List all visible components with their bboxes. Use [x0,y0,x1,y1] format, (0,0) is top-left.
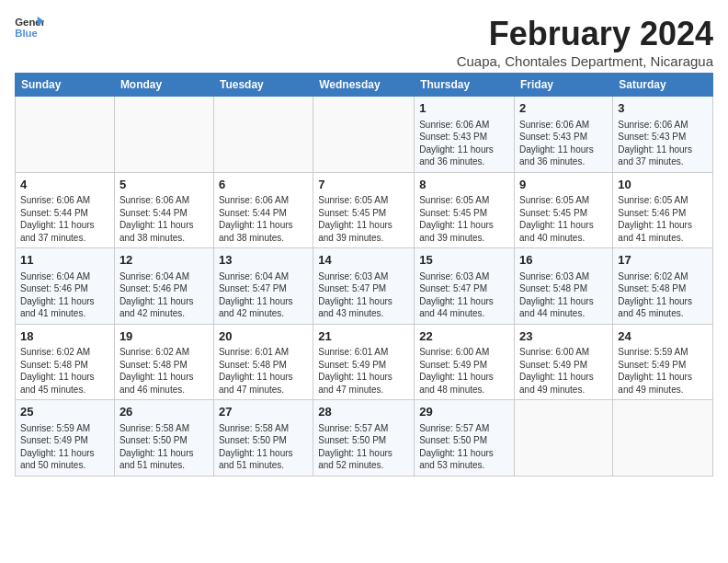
calendar-week-row: 4Sunrise: 6:06 AM Sunset: 5:44 PM Daylig… [16,172,713,248]
cell-info: Sunrise: 6:04 AM Sunset: 5:46 PM Dayligh… [20,270,109,320]
calendar-cell: 11Sunrise: 6:04 AM Sunset: 5:46 PM Dayli… [16,248,115,325]
day-number: 20 [219,328,308,345]
calendar-cell [114,97,213,173]
cell-info: Sunrise: 6:06 AM Sunset: 5:44 PM Dayligh… [119,194,209,244]
calendar-cell: 19Sunrise: 6:02 AM Sunset: 5:48 PM Dayli… [114,324,213,400]
calendar-cell: 13Sunrise: 6:04 AM Sunset: 5:47 PM Dayli… [213,248,313,325]
calendar-table: SundayMondayTuesdayWednesdayThursdayFrid… [15,73,713,477]
day-number: 23 [519,328,608,345]
calendar-cell [313,97,415,173]
logo-icon: General Blue [15,15,44,40]
day-number: 1 [419,100,509,117]
day-number: 25 [20,404,109,420]
calendar-cell [613,400,713,477]
day-number: 29 [419,404,509,420]
cell-info: Sunrise: 5:58 AM Sunset: 5:50 PM Dayligh… [219,422,308,472]
page-header: General Blue February 2024 Cuapa, Chonta… [15,15,713,69]
header-friday: Friday [515,74,613,97]
cell-info: Sunrise: 6:03 AM Sunset: 5:47 PM Dayligh… [318,270,409,320]
calendar-cell: 6Sunrise: 6:06 AM Sunset: 5:44 PM Daylig… [213,172,313,248]
day-number: 15 [419,252,509,269]
cell-info: Sunrise: 6:03 AM Sunset: 5:47 PM Dayligh… [419,270,509,320]
calendar-cell: 16Sunrise: 6:03 AM Sunset: 5:48 PM Dayli… [515,248,613,325]
day-number: 7 [318,177,409,193]
day-number: 21 [318,328,409,345]
cell-info: Sunrise: 5:57 AM Sunset: 5:50 PM Dayligh… [318,422,409,472]
calendar-cell [515,400,613,477]
calendar-cell: 1Sunrise: 6:06 AM Sunset: 5:43 PM Daylig… [415,97,515,173]
day-number: 10 [618,177,708,193]
cell-info: Sunrise: 6:02 AM Sunset: 5:48 PM Dayligh… [20,346,109,396]
calendar-cell: 9Sunrise: 6:05 AM Sunset: 5:45 PM Daylig… [515,172,613,248]
cell-info: Sunrise: 6:06 AM Sunset: 5:44 PM Dayligh… [219,194,308,244]
day-number: 6 [219,177,308,193]
calendar-cell: 14Sunrise: 6:03 AM Sunset: 5:47 PM Dayli… [313,248,415,325]
svg-text:Blue: Blue [15,28,38,39]
calendar-cell: 5Sunrise: 6:06 AM Sunset: 5:44 PM Daylig… [114,172,213,248]
day-number: 24 [618,328,708,345]
cell-info: Sunrise: 6:00 AM Sunset: 5:49 PM Dayligh… [419,346,509,396]
day-number: 27 [219,404,308,420]
cell-info: Sunrise: 6:05 AM Sunset: 5:46 PM Dayligh… [618,194,708,244]
day-number: 28 [318,404,409,420]
calendar-cell: 28Sunrise: 5:57 AM Sunset: 5:50 PM Dayli… [313,400,415,477]
day-number: 26 [119,404,209,420]
cell-info: Sunrise: 6:06 AM Sunset: 5:43 PM Dayligh… [519,119,608,168]
day-number: 4 [20,177,109,193]
day-number: 2 [519,100,608,117]
cell-info: Sunrise: 6:05 AM Sunset: 5:45 PM Dayligh… [318,194,409,244]
cell-info: Sunrise: 6:05 AM Sunset: 5:45 PM Dayligh… [419,194,509,244]
cell-info: Sunrise: 6:04 AM Sunset: 5:46 PM Dayligh… [119,270,209,320]
calendar-cell: 21Sunrise: 6:01 AM Sunset: 5:49 PM Dayli… [313,324,415,400]
cell-info: Sunrise: 5:59 AM Sunset: 5:49 PM Dayligh… [20,422,109,472]
cell-info: Sunrise: 5:58 AM Sunset: 5:50 PM Dayligh… [119,422,209,472]
calendar-cell: 26Sunrise: 5:58 AM Sunset: 5:50 PM Dayli… [114,400,213,477]
calendar-week-row: 25Sunrise: 5:59 AM Sunset: 5:49 PM Dayli… [16,400,713,477]
cell-info: Sunrise: 6:02 AM Sunset: 5:48 PM Dayligh… [618,270,708,320]
calendar-cell: 22Sunrise: 6:00 AM Sunset: 5:49 PM Dayli… [415,324,515,400]
cell-info: Sunrise: 6:06 AM Sunset: 5:43 PM Dayligh… [419,119,509,168]
cell-info: Sunrise: 5:57 AM Sunset: 5:50 PM Dayligh… [419,422,509,472]
day-number: 18 [20,328,109,345]
cell-info: Sunrise: 6:00 AM Sunset: 5:49 PM Dayligh… [519,346,608,396]
day-number: 5 [119,177,209,193]
calendar-week-row: 18Sunrise: 6:02 AM Sunset: 5:48 PM Dayli… [16,324,713,400]
calendar-cell [16,97,115,173]
calendar-week-row: 11Sunrise: 6:04 AM Sunset: 5:46 PM Dayli… [16,248,713,325]
calendar-cell: 17Sunrise: 6:02 AM Sunset: 5:48 PM Dayli… [613,248,713,325]
day-number: 8 [419,177,509,193]
cell-info: Sunrise: 6:06 AM Sunset: 5:43 PM Dayligh… [618,119,708,168]
month-year-title: February 2024 [457,15,713,53]
calendar-cell: 8Sunrise: 6:05 AM Sunset: 5:45 PM Daylig… [415,172,515,248]
calendar-header-row: SundayMondayTuesdayWednesdayThursdayFrid… [16,74,713,97]
location-subtitle: Cuapa, Chontales Department, Nicaragua [457,53,713,69]
calendar-cell: 18Sunrise: 6:02 AM Sunset: 5:48 PM Dayli… [16,324,115,400]
calendar-cell: 12Sunrise: 6:04 AM Sunset: 5:46 PM Dayli… [114,248,213,325]
day-number: 22 [419,328,509,345]
calendar-cell: 4Sunrise: 6:06 AM Sunset: 5:44 PM Daylig… [16,172,115,248]
day-number: 9 [519,177,608,193]
header-monday: Monday [114,74,213,97]
header-sunday: Sunday [16,74,115,97]
calendar-cell: 25Sunrise: 5:59 AM Sunset: 5:49 PM Dayli… [16,400,115,477]
day-number: 12 [119,252,209,269]
cell-info: Sunrise: 5:59 AM Sunset: 5:49 PM Dayligh… [618,346,708,396]
header-tuesday: Tuesday [213,74,313,97]
header-thursday: Thursday [415,74,515,97]
calendar-cell: 20Sunrise: 6:01 AM Sunset: 5:48 PM Dayli… [213,324,313,400]
cell-info: Sunrise: 6:01 AM Sunset: 5:49 PM Dayligh… [318,346,409,396]
calendar-cell: 23Sunrise: 6:00 AM Sunset: 5:49 PM Dayli… [515,324,613,400]
calendar-cell: 3Sunrise: 6:06 AM Sunset: 5:43 PM Daylig… [613,97,713,173]
cell-info: Sunrise: 6:06 AM Sunset: 5:44 PM Dayligh… [20,194,109,244]
day-number: 11 [20,252,109,269]
calendar-week-row: 1Sunrise: 6:06 AM Sunset: 5:43 PM Daylig… [16,97,713,173]
day-number: 19 [119,328,209,345]
day-number: 3 [618,100,708,117]
calendar-cell: 15Sunrise: 6:03 AM Sunset: 5:47 PM Dayli… [415,248,515,325]
day-number: 17 [618,252,708,269]
day-number: 13 [219,252,308,269]
cell-info: Sunrise: 6:03 AM Sunset: 5:48 PM Dayligh… [519,270,608,320]
calendar-cell: 24Sunrise: 5:59 AM Sunset: 5:49 PM Dayli… [613,324,713,400]
header-wednesday: Wednesday [313,74,415,97]
calendar-cell: 27Sunrise: 5:58 AM Sunset: 5:50 PM Dayli… [213,400,313,477]
